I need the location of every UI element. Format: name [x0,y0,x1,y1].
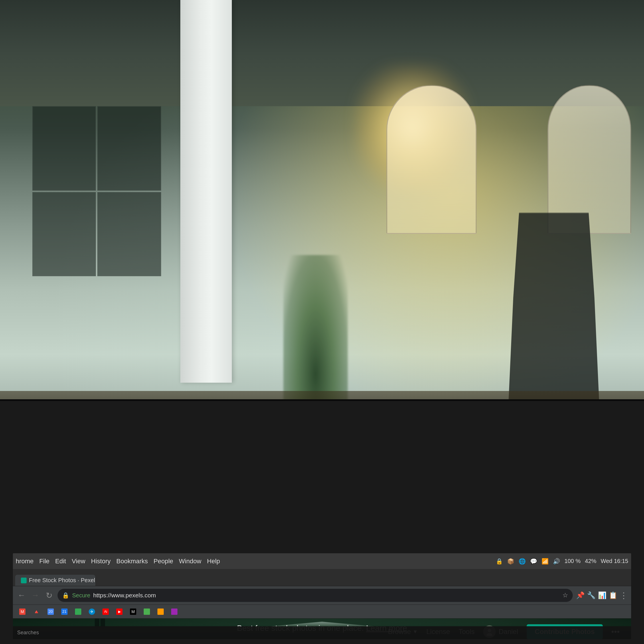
dark-window [97,106,161,191]
drive-favicon: 🔺 [33,608,40,615]
chrome-menu-bar: hrome File Edit View History Bookmarks P… [13,553,631,569]
menu-help[interactable]: Help [207,558,220,565]
bookmark-gmail[interactable]: M [16,607,28,616]
tab-label: Free Stock Photos · Pexels [29,577,95,584]
extra-favicon-1 [144,609,150,615]
bookmark-gdrive[interactable]: 🔺 [30,607,43,616]
clock: Wed 16:15 [601,558,628,564]
yt-favicon: ▶ [116,609,123,615]
bookmarks-bar: M 🔺 20 21 ✈ Ai ▶ M [13,605,631,619]
back-button[interactable]: ← [16,591,27,600]
extra-favicon-3 [171,609,177,615]
menu-people[interactable]: People [154,558,173,565]
white-column [180,0,232,383]
screen-content: hrome File Edit View History Bookmarks P… [13,553,631,639]
menu-view[interactable]: View [72,558,85,565]
medium-favicon: M [130,609,136,615]
cal-favicon: 20 [48,609,54,615]
url-display: https://www.pexels.com [93,592,156,599]
dark-window [97,192,161,276]
menu-window[interactable]: Window [179,558,201,565]
ceiling [0,0,644,106]
dark-windows [32,106,161,276]
bookmark-green[interactable] [72,607,84,616]
extension-icon-2[interactable]: 📊 [598,591,607,599]
reload-button[interactable]: ↻ [44,591,54,600]
wifi-icon: 📶 [542,558,549,565]
taskbar-label: Searches [17,630,39,636]
extension-icon-3[interactable]: 📋 [609,591,617,599]
chrome-icon: 🌐 [519,558,526,565]
cal2-favicon: 21 [61,609,68,615]
battery-icon: 🔒 [496,558,503,565]
pinterest-icon[interactable]: 📌 [576,591,585,599]
tab-favicon [21,578,27,583]
bookmark-extra-1[interactable] [141,607,153,616]
secure-icon: 🔒 [62,592,69,599]
menu-hrome[interactable]: hrome [16,558,33,565]
extra-favicon-2 [157,609,164,615]
tab-bar: Free Stock Photos · Pexels ✕ [13,569,631,586]
address-bar[interactable]: 🔒 Secure https://www.pexels.com ☆ [58,589,573,602]
bookmark-cal1[interactable]: 20 [45,607,57,616]
gmail-favicon: M [19,609,25,615]
menu-history[interactable]: History [91,558,110,565]
bookmark-cal2[interactable]: 21 [58,607,70,616]
menu-bookmarks[interactable]: Bookmarks [116,558,148,565]
browser-toolbar: ← → ↻ 🔒 Secure https://www.pexels.com ☆ … [13,586,631,605]
dropbox-icon: 📦 [507,558,514,565]
toolbar-right-icons: 📌 🔧 📊 📋 ⋮ [576,591,628,600]
bookmark-extra-3[interactable] [168,607,180,616]
bookmark-adobe[interactable]: Ai [100,607,112,616]
bookmark-extra-2[interactable] [155,607,167,616]
battery-level: 100 % [564,558,581,564]
volume-icon: 🔊 [553,558,560,565]
bookmark-star[interactable]: ☆ [562,592,568,599]
screen-frame: hrome File Edit View History Bookmarks P… [0,399,644,644]
menu-bar-right: 🔒 📦 🌐 💬 📶 🔊 100 % 42% Wed 16:15 [496,558,628,565]
arch-window-1 [386,85,477,234]
dark-window [32,106,96,191]
forward-button[interactable]: → [30,591,40,600]
address-bar-actions: ☆ [562,592,568,599]
extension-icon-1[interactable]: 🔧 [587,591,596,599]
menu-edit[interactable]: Edit [55,558,66,565]
secure-label: Secure [72,592,90,599]
office-scene [0,0,644,425]
adobe-favicon: Ai [102,609,109,615]
bookmark-medium[interactable]: M [127,607,139,616]
menu-file[interactable]: File [39,558,49,565]
bookmark-telegram[interactable]: ✈ [86,607,98,616]
plant [283,255,348,404]
arch-window-2 [548,85,631,234]
battery-percent: 42% [585,558,596,564]
browser-statusbar: Searches [13,626,631,639]
bookmark-youtube[interactable]: ▶ [113,607,125,616]
more-tools[interactable]: ⋮ [620,591,628,600]
green-favicon [75,609,81,615]
skype-icon: 💬 [530,558,537,565]
telegram-favicon: ✈ [89,609,95,615]
pexels-logo-title: PEXELS [75,619,569,620]
dark-window [32,192,96,276]
active-tab[interactable]: Free Stock Photos · Pexels ✕ [15,575,95,586]
